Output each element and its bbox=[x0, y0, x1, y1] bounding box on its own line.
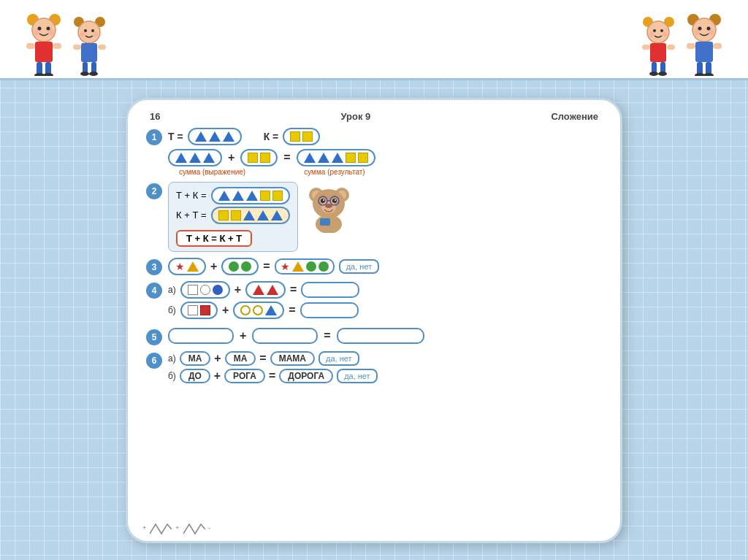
bear-svg bbox=[305, 182, 353, 233]
girl-svg-4 bbox=[682, 7, 726, 76]
bottom-decoration: + + - bbox=[142, 513, 606, 535]
sum-expression-label: сумма (выражение) bbox=[179, 168, 245, 176]
ex5-content: + = bbox=[168, 328, 602, 344]
svg-point-25 bbox=[89, 72, 98, 76]
ex1-sum-left bbox=[168, 149, 222, 166]
ex5-blank-3[interactable] bbox=[337, 328, 424, 344]
star-red-1: ★ bbox=[175, 261, 185, 272]
ex2-row2-label: К + Т = bbox=[176, 210, 207, 220]
ex3-yes-no[interactable]: да, нет bbox=[339, 259, 380, 274]
ex3-number: 3 bbox=[146, 259, 162, 275]
ex2-row2: К + Т = bbox=[176, 207, 290, 224]
svg-point-64 bbox=[335, 199, 336, 201]
ex2-content: Т + К = К + Т = bbox=[168, 182, 602, 252]
svg-point-24 bbox=[80, 72, 89, 76]
ex2-formula-container: Т + К = К + Т bbox=[176, 227, 290, 247]
sq3 bbox=[346, 153, 356, 163]
ex2-sq2 bbox=[272, 191, 283, 201]
ex2-t6 bbox=[271, 210, 283, 220]
svg-point-61 bbox=[321, 199, 325, 203]
ex1-result bbox=[297, 149, 375, 166]
hint-plus-2: + bbox=[175, 524, 179, 532]
ex6-b-word1: ДО bbox=[180, 369, 210, 383]
svg-point-62 bbox=[332, 199, 337, 203]
ex1-t-box bbox=[188, 128, 242, 145]
ex3-answer[interactable]: ★ bbox=[275, 258, 335, 275]
exercise-5: 5 + = bbox=[146, 328, 602, 345]
ex6-a-yes-no[interactable]: да, нет bbox=[318, 351, 359, 366]
svg-rect-6 bbox=[26, 43, 35, 49]
svg-point-53 bbox=[703, 73, 714, 76]
ex1-t-label: Т = bbox=[168, 131, 183, 142]
svg-point-26 bbox=[80, 31, 85, 37]
ex2-kt-shapes bbox=[211, 207, 290, 224]
svg-point-13 bbox=[48, 29, 54, 35]
circle-white-1 bbox=[200, 285, 210, 295]
sq1 bbox=[248, 153, 258, 163]
ex5-eq: = bbox=[324, 329, 330, 342]
hint-plus-1: + bbox=[142, 524, 146, 532]
section-title: Сложение bbox=[551, 111, 598, 122]
bottom-hints: + + - bbox=[142, 521, 211, 535]
bottom-zigzag2 bbox=[183, 521, 205, 535]
svg-point-12 bbox=[34, 29, 39, 35]
girl-svg-1 bbox=[22, 7, 66, 76]
ex4-row-a: а) + = bbox=[168, 281, 602, 299]
girl-figure-1 bbox=[22, 7, 66, 76]
ex2-formula: Т + К = К + Т bbox=[176, 230, 252, 247]
girl-left-decoration bbox=[15, 3, 117, 76]
ex2-row1-label: Т + К = bbox=[176, 190, 207, 201]
ex4-a-left bbox=[180, 281, 230, 299]
girl-figure-4 bbox=[682, 7, 726, 76]
svg-rect-49 bbox=[713, 43, 722, 49]
girl-right-decoration bbox=[631, 3, 733, 76]
tr3 bbox=[332, 153, 343, 163]
svg-point-18 bbox=[91, 29, 94, 32]
circle-blue-1 bbox=[213, 285, 223, 295]
exercise-6: 6 а) МА + МА = МАМА да, нет б) ДО + РО bbox=[146, 351, 602, 386]
girl-svg-2 bbox=[69, 10, 110, 76]
ex1-k-def: К = bbox=[264, 128, 321, 145]
sq4 bbox=[358, 153, 368, 163]
ex6-b-result: ДОРОГА bbox=[279, 369, 333, 383]
ex3-row: ★ + = ★ да, нет bbox=[168, 258, 602, 275]
triangle-blue-2 bbox=[209, 131, 221, 142]
sq-red-1 bbox=[200, 305, 210, 315]
svg-point-41 bbox=[663, 31, 668, 37]
top-bar bbox=[0, 0, 748, 80]
triangle-blue-3 bbox=[223, 131, 234, 142]
tri-red-1 bbox=[253, 285, 264, 295]
book-container: 16 Урок 9 Сложение 1 Т = bbox=[126, 98, 622, 543]
ex4-row-b: б) + = bbox=[168, 302, 602, 319]
ex6-a-plus: + bbox=[214, 352, 221, 365]
svg-rect-71 bbox=[320, 218, 330, 226]
tri-ans bbox=[292, 261, 304, 272]
ex3-middle bbox=[221, 258, 259, 275]
ex4-a-answer[interactable] bbox=[301, 282, 359, 298]
t1 bbox=[175, 153, 187, 163]
ex5-blank-1[interactable] bbox=[168, 328, 234, 344]
svg-point-39 bbox=[658, 72, 667, 76]
cg-ans-1 bbox=[306, 261, 316, 272]
svg-point-11 bbox=[43, 73, 53, 76]
exercise-1: 1 Т = К = bbox=[146, 128, 602, 176]
svg-point-31 bbox=[653, 29, 656, 32]
t3 bbox=[203, 153, 215, 163]
t2 bbox=[189, 153, 201, 163]
ex6-b-yes-no[interactable]: да, нет bbox=[337, 369, 378, 383]
svg-rect-33 bbox=[650, 43, 666, 62]
ex5-blank-2[interactable] bbox=[252, 328, 318, 344]
ex6-a-eq: = bbox=[259, 352, 266, 365]
girl-figure-2 bbox=[69, 10, 110, 76]
ex4-b-answer[interactable] bbox=[300, 302, 359, 318]
ex4-b-eq: = bbox=[289, 304, 295, 317]
svg-rect-20 bbox=[73, 45, 81, 50]
ex1-number: 1 bbox=[146, 129, 162, 145]
svg-rect-19 bbox=[81, 43, 97, 62]
svg-rect-34 bbox=[642, 45, 650, 50]
hint-minus-1: - bbox=[209, 524, 211, 532]
ex1-content: Т = К = bbox=[168, 128, 602, 176]
ex6-row-b: б) ДО + РОГА = ДОРОГА да, нет bbox=[168, 369, 602, 383]
ex2-t3 bbox=[246, 191, 258, 201]
ex2-t1 bbox=[218, 191, 230, 201]
